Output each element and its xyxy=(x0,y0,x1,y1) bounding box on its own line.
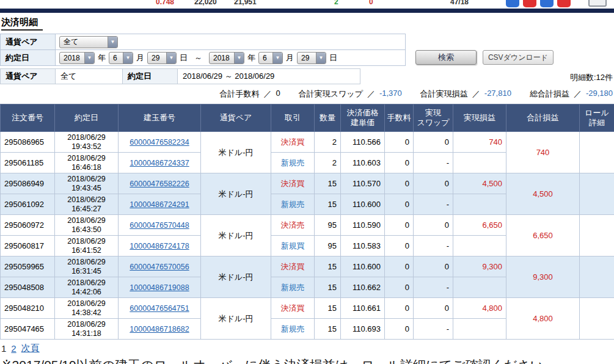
currency-pair-cell: 米ドル-円 xyxy=(201,173,271,215)
from-month-select[interactable]: 6 ▼ xyxy=(109,52,133,64)
page-current: 1 xyxy=(1,343,6,354)
roll-detail-cell xyxy=(580,215,614,257)
column-header-roll: ロール 詳細 xyxy=(580,104,614,132)
chevron-down-icon: ▼ xyxy=(272,53,282,64)
to-year-select[interactable]: 2018 ▼ xyxy=(209,52,244,64)
total-pl-cell: 9,300 xyxy=(506,257,580,298)
trade-type-cell: 新規売 xyxy=(271,319,315,340)
total-label: 総合計損益 xyxy=(530,89,569,100)
currency-pair-filter-content: 全て ▼ xyxy=(56,34,406,50)
fee-cell: 0 xyxy=(385,257,414,277)
trade-type-cell: 新規買 xyxy=(271,236,315,257)
realized-pl-cell: 740 xyxy=(453,132,506,153)
trade-datetime-cell: 2018/06/29 14:31:18 xyxy=(55,319,119,340)
position-number-link[interactable]: 10000486719088 xyxy=(130,283,189,292)
quantity-cell: 95 xyxy=(315,215,341,236)
realized-pl-cell: 6,650 xyxy=(453,215,506,236)
position-number-link[interactable]: 60000476570056 xyxy=(130,263,189,271)
position-number-link[interactable]: 10000486724337 xyxy=(130,159,189,167)
position-number-link[interactable]: 10000486724178 xyxy=(130,242,189,250)
search-button[interactable]: 検索 xyxy=(415,50,477,65)
total-value: -29,180 xyxy=(586,89,613,100)
total-item: 総合計損益／-29,180 xyxy=(530,89,613,100)
monitor-icon[interactable] xyxy=(588,0,607,7)
currency-pair-select[interactable]: 全て ▼ xyxy=(59,36,118,48)
column-header-pl: 実現損益 xyxy=(453,104,506,132)
position-number-link[interactable]: 60000476570448 xyxy=(130,221,189,230)
csv-download-button[interactable]: CSVダウンロード xyxy=(483,50,554,65)
trade-type-cell: 新規売 xyxy=(271,277,315,298)
from-year-value: 2018 xyxy=(60,53,84,64)
position-number-cell: 10000486724178 xyxy=(119,236,201,257)
order-number-cell: 295086949 xyxy=(1,173,55,194)
blue-app-badge-icon[interactable] xyxy=(506,0,519,7)
fee-cell: 0 xyxy=(385,236,414,257)
day-unit-label: 日 xyxy=(329,53,337,64)
table-row: 2950869492018/06/29 19:43:45600004765822… xyxy=(1,173,614,194)
total-pl-cell: 6,650 xyxy=(506,215,580,257)
trade-datetime-cell: 2018/06/29 19:43:45 xyxy=(55,173,119,194)
swap-cell: - xyxy=(414,153,453,173)
year-unit-label: 年 xyxy=(98,53,106,64)
order-number-cell: 295047465 xyxy=(1,319,55,340)
top-toolbar-strip: 0.74822,02021,9512047/18 xyxy=(0,0,614,9)
table-header-row: 注文番号約定日建玉番号通貨ペア取引数量決済価格 建単価手数料実現 スワップ実現損… xyxy=(1,104,614,132)
chevron-down-icon: ▼ xyxy=(123,53,133,64)
position-number-link[interactable]: 10000486724291 xyxy=(130,200,189,209)
page-link[interactable]: 2 xyxy=(11,343,16,354)
position-number-link[interactable]: 60000476582226 xyxy=(130,180,189,188)
price-cell: 110.600 xyxy=(341,194,385,215)
price-cell: 110.570 xyxy=(341,173,385,194)
quantity-cell: 15 xyxy=(315,298,341,319)
red-app-badge-icon[interactable] xyxy=(523,0,536,7)
fee-cell: 0 xyxy=(385,173,414,194)
toolbar-value: 2 xyxy=(334,0,338,6)
total-label: 合計実現スワップ xyxy=(299,89,363,100)
toolbar-value: 0 xyxy=(369,0,373,6)
table-row: 2950869652018/06/29 19:43:52600004765822… xyxy=(1,132,614,153)
trade-type-cell: 新規売 xyxy=(271,153,315,173)
trade-type-cell: 決済買 xyxy=(271,132,315,153)
column-header-fee: 手数料 xyxy=(385,104,414,132)
swap-cell: 0 xyxy=(414,173,453,194)
from-year-select[interactable]: 2018 ▼ xyxy=(59,52,95,64)
from-day-select[interactable]: 29 ▼ xyxy=(147,52,177,64)
trade-date-filter-label: 約定日 xyxy=(1,50,56,66)
to-month-select[interactable]: 6 ▼ xyxy=(258,52,283,64)
realized-pl-cell xyxy=(453,153,506,173)
price-cell: 110.662 xyxy=(341,277,385,298)
order-number-cell: 295048508 xyxy=(1,277,55,298)
column-header-swap: 実現 スワップ xyxy=(414,104,453,132)
filter-summary-row: 通貨ペア 全て 約定日 2018/06/29 ～ 2018/06/29 明細数:… xyxy=(0,68,614,84)
price-cell: 110.693 xyxy=(341,319,385,340)
position-number-cell: 10000486724337 xyxy=(119,153,201,173)
total-pl-cell: 740 xyxy=(506,132,580,173)
trade-datetime-cell: 2018/06/29 16:46:18 xyxy=(55,153,119,173)
toolbar-value: 21,951 xyxy=(234,0,257,6)
price-cell: 110.590 xyxy=(341,215,385,236)
position-number-link[interactable]: 60000476582234 xyxy=(130,138,189,147)
chevron-down-icon: ▼ xyxy=(234,53,244,64)
quantity-cell: 15 xyxy=(315,173,341,194)
column-header-position: 建玉番号 xyxy=(119,104,201,132)
quantity-cell: 2 xyxy=(315,153,341,173)
order-number-cell: 295061092 xyxy=(1,194,55,215)
position-number-cell: 60000476582234 xyxy=(119,132,201,153)
red-app-badge-icon[interactable] xyxy=(557,0,571,7)
from-month-value: 6 xyxy=(109,53,123,64)
position-number-link[interactable]: 10000486718682 xyxy=(130,325,189,333)
to-day-value: 29 xyxy=(298,53,316,64)
record-count: 明細数:12件 xyxy=(570,72,614,84)
trade-type-cell: 決済買 xyxy=(271,298,315,319)
to-year-value: 2018 xyxy=(210,53,234,64)
currency-pair-cell: 米ドル-円 xyxy=(201,257,271,298)
currency-pair-select-value: 全て xyxy=(60,37,108,48)
section-divider-bar xyxy=(0,9,614,13)
position-number-link[interactable]: 60000476564751 xyxy=(130,304,189,313)
swap-cell: - xyxy=(414,319,453,340)
column-header-trade: 取引 xyxy=(271,104,315,132)
next-page-link[interactable]: 次頁 xyxy=(21,343,40,354)
blue-app-badge-icon[interactable] xyxy=(540,0,554,7)
chevron-down-icon: ▼ xyxy=(166,53,176,64)
to-day-select[interactable]: 29 ▼ xyxy=(297,52,326,64)
